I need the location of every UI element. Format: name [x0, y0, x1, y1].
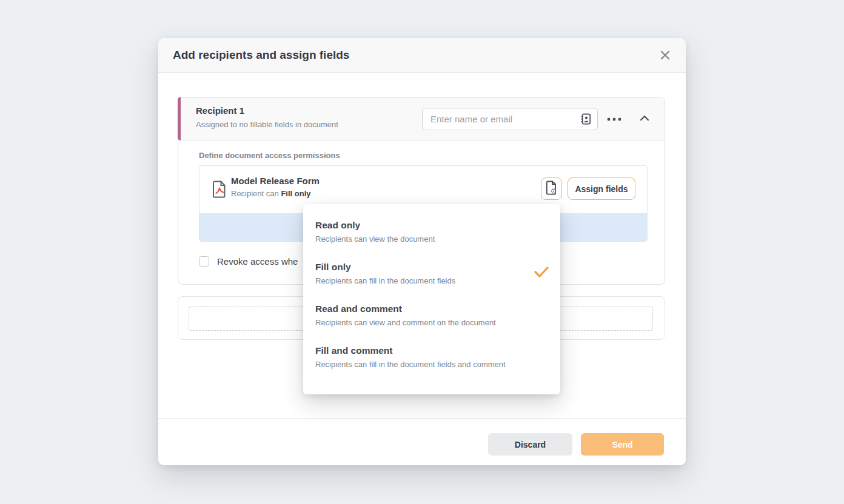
document-settings-icon — [546, 181, 557, 195]
dropdown-item-read-and-comment[interactable]: Read and comment Recipients can view and… — [315, 303, 548, 327]
dropdown-item-title: Read only — [315, 220, 548, 231]
dropdown-item-description: Recipients can fill in the document fiel… — [315, 276, 548, 285]
more-options-button[interactable] — [605, 110, 624, 127]
dropdown-item-read-only[interactable]: Read only Recipients can view the docume… — [315, 220, 548, 244]
recipient-name: Recipient 1 — [196, 105, 244, 116]
dropdown-item-fill-only[interactable]: Fill only Recipients can fill in the doc… — [315, 262, 548, 285]
assign-fields-button[interactable]: Assign fields — [568, 177, 635, 200]
collapse-recipient-button[interactable] — [635, 110, 654, 127]
document-name: Model Release Form — [231, 176, 320, 186]
dropdown-item-title: Read and comment — [315, 303, 548, 314]
dropdown-item-fill-and-comment[interactable]: Fill and comment Recipients can fill in … — [315, 345, 548, 369]
dropdown-item-description: Recipients can view the document — [315, 234, 548, 244]
ellipsis-icon — [606, 117, 622, 122]
document-access-summary: Recipient can Fill only — [231, 189, 311, 198]
add-recipients-modal: Add recipients and assign fields Recipie… — [158, 38, 686, 465]
send-button[interactable]: Send — [581, 433, 664, 456]
document-access-value: Fill only — [281, 189, 310, 198]
revoke-access-checkbox[interactable] — [199, 256, 209, 267]
access-permissions-dropdown: Read only Recipients can view the docume… — [303, 204, 560, 394]
dropdown-item-description: Recipients can fill in the document fiel… — [315, 360, 548, 369]
document-permissions-button[interactable] — [541, 177, 562, 200]
page-title: Add recipients and assign fields — [173, 48, 349, 62]
close-icon[interactable] — [655, 46, 675, 65]
modal-footer: Discard Send — [158, 418, 686, 465]
checkmark-icon — [534, 265, 549, 279]
pdf-file-icon — [212, 181, 226, 198]
close-icon-glyph — [659, 49, 671, 61]
recipient-subtitle: Assigned to no fillable fields in docume… — [196, 120, 338, 129]
document-access-prefix: Recipient can — [231, 189, 279, 198]
chevron-up-icon — [639, 114, 650, 122]
revoke-access-option[interactable]: Revoke access whe — [199, 256, 298, 267]
dropdown-item-title: Fill and comment — [315, 345, 548, 356]
page-background: Add recipients and assign fields Recipie… — [0, 0, 844, 504]
dropdown-item-description: Recipients can view and comment on the d… — [315, 318, 548, 327]
access-permissions-label: Define document access permissions — [199, 151, 340, 160]
modal-header: Add recipients and assign fields — [158, 38, 686, 73]
recipient-color-accent — [178, 97, 181, 141]
recipient-email-field — [422, 108, 598, 130]
revoke-access-label: Revoke access whe — [217, 256, 298, 267]
dropdown-item-title: Fill only — [315, 262, 548, 273]
discard-button[interactable]: Discard — [488, 433, 572, 456]
recipient-card-header: Recipient 1 Assigned to no fillable fiel… — [178, 98, 665, 141]
recipient-email-input[interactable] — [422, 108, 598, 130]
